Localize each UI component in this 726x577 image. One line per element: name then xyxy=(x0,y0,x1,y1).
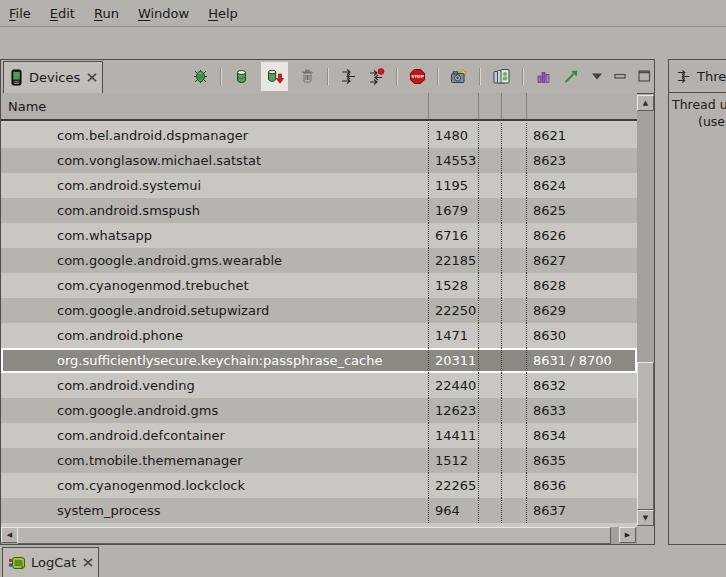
menu-edit-mnemonic: E xyxy=(50,6,58,21)
table-row[interactable]: org.sufficientlysecure.keychain:passphra… xyxy=(1,348,637,373)
cell-blank xyxy=(479,473,502,498)
close-icon[interactable] xyxy=(83,558,93,567)
process-pid: 14411 xyxy=(429,423,479,448)
table-row[interactable]: com.bel.android.dspmanager14808621 xyxy=(1,123,637,148)
process-pid: 1195 xyxy=(429,173,479,198)
table-row[interactable]: com.android.vending224408632 xyxy=(1,373,637,398)
process-port: 8629 xyxy=(527,298,637,323)
stop-process-button[interactable]: STOP xyxy=(409,68,426,85)
menu-window-label: indow xyxy=(150,6,189,21)
process-name: system_process xyxy=(1,498,429,523)
menu-window-mnemonic: W xyxy=(138,6,151,21)
cell-blank xyxy=(479,398,502,423)
process-port: 8623 xyxy=(527,148,637,173)
menu-window[interactable]: Window xyxy=(138,6,189,21)
vertical-scrollbar-track[interactable] xyxy=(637,111,654,510)
process-pid: 1480 xyxy=(429,123,479,148)
process-pid: 1512 xyxy=(429,448,479,473)
vertical-scrollbar[interactable]: ▲ ▼ xyxy=(637,95,654,526)
column-header-blank2[interactable] xyxy=(502,93,527,119)
menu-help[interactable]: Help xyxy=(208,6,238,21)
phone-icon xyxy=(9,69,24,86)
process-port: 8633 xyxy=(527,398,637,423)
scroll-right-button[interactable]: ▶ xyxy=(619,527,636,543)
toolbar-separator xyxy=(396,68,398,85)
table-row[interactable]: com.google.android.setupwizard222508629 xyxy=(1,298,637,323)
systrace-button[interactable] xyxy=(563,68,580,85)
dump-hprof-button[interactable] xyxy=(261,62,288,91)
tab-devices[interactable]: Devices xyxy=(3,61,103,93)
threads-view: Threads Thread updates not enabled for s… xyxy=(668,59,726,545)
column-header-port[interactable] xyxy=(527,93,637,119)
process-table: com.bel.android.dspmanager14808621com.vo… xyxy=(1,121,637,527)
debug-process-button[interactable] xyxy=(192,68,209,85)
column-header-blank1[interactable] xyxy=(479,93,502,119)
toolbar-separator xyxy=(220,68,222,85)
tab-threads[interactable]: Threads xyxy=(669,60,726,93)
screen-capture-button[interactable] xyxy=(450,68,468,85)
stop-sign-text: STOP xyxy=(411,74,424,79)
cell-blank xyxy=(502,123,527,148)
column-header-pid[interactable] xyxy=(429,93,479,119)
process-name: com.cyanogenmod.trebuchet xyxy=(1,273,429,298)
scroll-left-button[interactable]: ◀ xyxy=(1,527,18,543)
cell-blank xyxy=(479,498,502,523)
cell-blank xyxy=(502,348,527,373)
menu-edit[interactable]: Edit xyxy=(50,6,75,21)
process-name: com.bel.android.dspmanager xyxy=(1,123,429,148)
maximize-icon[interactable] xyxy=(638,70,651,82)
table-row[interactable]: com.android.defcontainer144118634 xyxy=(1,423,637,448)
table-row[interactable]: com.google.android.gms126238633 xyxy=(1,398,637,423)
menu-run-label: un xyxy=(102,6,118,21)
table-row[interactable]: com.cyanogenmod.trebuchet15288628 xyxy=(1,273,637,298)
close-icon[interactable] xyxy=(87,73,97,82)
process-pid: 6716 xyxy=(429,223,479,248)
view-menu-icon[interactable] xyxy=(591,72,603,81)
process-port: 8627 xyxy=(527,248,637,273)
table-row[interactable]: com.android.phone14718630 xyxy=(1,323,637,348)
table-row[interactable]: com.google.android.gms.wearable221858627 xyxy=(1,248,637,273)
process-name: org.sufficientlysecure.keychain:passphra… xyxy=(1,348,429,373)
cause-gc-button[interactable] xyxy=(299,68,316,85)
process-pid: 22440 xyxy=(429,373,479,398)
process-pid: 964 xyxy=(429,498,479,523)
update-threads-button[interactable] xyxy=(340,68,357,85)
view-hierarchy-button[interactable] xyxy=(492,68,511,85)
cell-blank xyxy=(479,423,502,448)
column-header-name[interactable]: Name xyxy=(1,93,429,119)
table-row[interactable]: com.tmobile.thememanager15128635 xyxy=(1,448,637,473)
table-row[interactable]: system_process9648637 xyxy=(1,498,637,523)
horizontal-scrollbar[interactable]: ◀ ▶ xyxy=(1,527,637,544)
process-name: com.tmobile.thememanager xyxy=(1,448,429,473)
table-row[interactable]: com.android.smspush16798625 xyxy=(1,198,637,223)
cell-blank xyxy=(479,273,502,298)
process-port: 8631 / 8700 xyxy=(527,348,637,373)
minimize-icon[interactable] xyxy=(614,71,627,82)
devices-tabbar: Devices xyxy=(1,60,654,94)
process-name: com.android.defcontainer xyxy=(1,423,429,448)
cell-blank xyxy=(479,323,502,348)
opengl-trace-button[interactable] xyxy=(535,68,552,85)
horizontal-scrollbar-thumb[interactable] xyxy=(17,527,611,544)
table-row[interactable]: com.whatsapp67168626 xyxy=(1,223,637,248)
scroll-up-icon: ▲ xyxy=(643,99,648,107)
scroll-up-button[interactable]: ▲ xyxy=(637,95,654,111)
table-row[interactable]: com.vonglasow.michael.satstat145538623 xyxy=(1,148,637,173)
vertical-scrollbar-thumb[interactable] xyxy=(637,362,654,510)
menu-run[interactable]: Run xyxy=(94,6,119,21)
menu-file[interactable]: File xyxy=(9,6,31,21)
cell-blank xyxy=(502,423,527,448)
process-name: com.google.android.gms xyxy=(1,398,429,423)
table-row[interactable]: com.cyanogenmod.lockclock222658636 xyxy=(1,473,637,498)
process-pid: 22265 xyxy=(429,473,479,498)
tab-logcat[interactable]: LogCat xyxy=(2,547,99,577)
scroll-down-button[interactable]: ▼ xyxy=(637,510,654,526)
start-method-profiling-button[interactable] xyxy=(368,68,385,85)
table-row[interactable]: com.android.systemui11958624 xyxy=(1,173,637,198)
threads-icon xyxy=(676,69,691,84)
cell-blank xyxy=(479,123,502,148)
cell-blank xyxy=(502,373,527,398)
cell-blank xyxy=(479,373,502,398)
update-heap-button[interactable] xyxy=(233,68,250,85)
process-pid: 1679 xyxy=(429,198,479,223)
